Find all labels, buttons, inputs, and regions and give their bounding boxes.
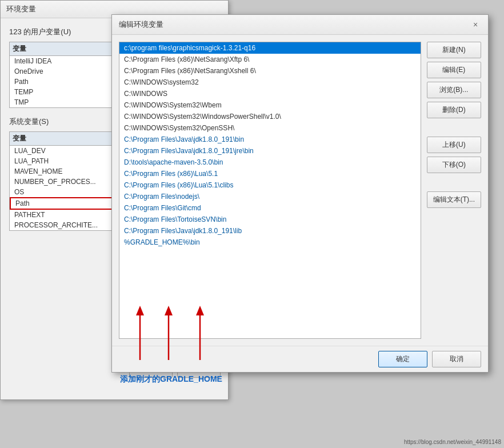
path-list-item[interactable]: C:\WINDOWS xyxy=(119,88,421,99)
down-button[interactable]: 下移(O) xyxy=(427,157,481,173)
main-edit-dialog: 编辑环境变量 × c:\program files\graphicsmagick… xyxy=(111,14,489,373)
button-spacer xyxy=(427,122,481,133)
dialog-close-button[interactable]: × xyxy=(470,19,481,30)
path-list-item[interactable]: C:\Program Files\Java\jdk1.8.0_191\jre\b… xyxy=(119,145,421,157)
path-list-item[interactable]: C:\WINDOWS\system32 xyxy=(119,77,421,88)
watermark: https://blog.csdn.net/weixin_44991148 xyxy=(404,439,501,445)
path-list-item[interactable]: C:\Program Files\nodejs\ xyxy=(119,191,421,202)
browse-button[interactable]: 浏览(B)... xyxy=(427,82,481,98)
dialog-title: 编辑环境变量 xyxy=(119,19,163,30)
path-list-item[interactable]: C:\WINDOWS\System32\WindowsPowerShell\v1… xyxy=(119,111,421,122)
path-list-item[interactable]: C:\Program Files\Java\jdk1.8.0_191\bin xyxy=(119,134,421,145)
path-list-item[interactable]: C:\Program Files\Git\cmd xyxy=(119,202,421,214)
side-buttons: 新建(N) 编辑(E) 浏览(B)... 删除(D) 上移(U) 下移(O) 编… xyxy=(427,42,481,339)
path-list-item[interactable]: C:\Program Files (x86)\NetSarang\Xftp 6\ xyxy=(119,54,421,65)
path-list-item[interactable]: C:\WINDOWS\System32\OpenSSH\ xyxy=(119,122,421,134)
new-button[interactable]: 新建(N) xyxy=(427,42,481,58)
path-list-item[interactable]: D:\tools\apache-maven-3.5.0\bin xyxy=(119,157,421,168)
path-list-item[interactable]: c:\program files\graphicsmagick-1.3.21-q… xyxy=(119,42,421,54)
path-list-item[interactable]: C:\Program Files\TortoiseSVN\bin xyxy=(119,214,421,225)
bg-window-title: 环境变量 xyxy=(6,4,36,14)
path-list-item[interactable]: C:\Program Files (x86)\Lua\5.1 xyxy=(119,168,421,179)
annotation-text: 添加刚才的GRADLE_HOME xyxy=(120,374,222,394)
dialog-body: c:\program files\graphicsmagick-1.3.21-q… xyxy=(112,35,488,346)
dialog-titlebar: 编辑环境变量 × xyxy=(112,15,488,35)
delete-button[interactable]: 删除(D) xyxy=(427,102,481,118)
path-list-item[interactable]: %GRADLE_HOME%\bin xyxy=(119,237,421,248)
cancel-button[interactable]: 取消 xyxy=(432,351,481,367)
button-spacer2 xyxy=(427,177,481,188)
up-button[interactable]: 上移(U) xyxy=(427,137,481,153)
path-list-item[interactable]: C:\Program Files\Java\jdk1.8.0_191\lib xyxy=(119,225,421,237)
edit-text-button[interactable]: 编辑文本(T)... xyxy=(427,191,481,208)
ok-button[interactable]: 确定 xyxy=(378,351,427,367)
path-list-item[interactable]: C:\Program Files (x86)\NetSarang\Xshell … xyxy=(119,65,421,77)
edit-button[interactable]: 编辑(E) xyxy=(427,62,481,78)
path-list[interactable]: c:\program files\graphicsmagick-1.3.21-q… xyxy=(119,42,421,339)
path-list-item[interactable]: C:\Program Files (x86)\Lua\5.1\clibs xyxy=(119,179,421,191)
path-list-item[interactable]: C:\WINDOWS\System32\Wbem xyxy=(119,99,421,111)
dialog-footer: 确定 取消 xyxy=(112,346,488,372)
